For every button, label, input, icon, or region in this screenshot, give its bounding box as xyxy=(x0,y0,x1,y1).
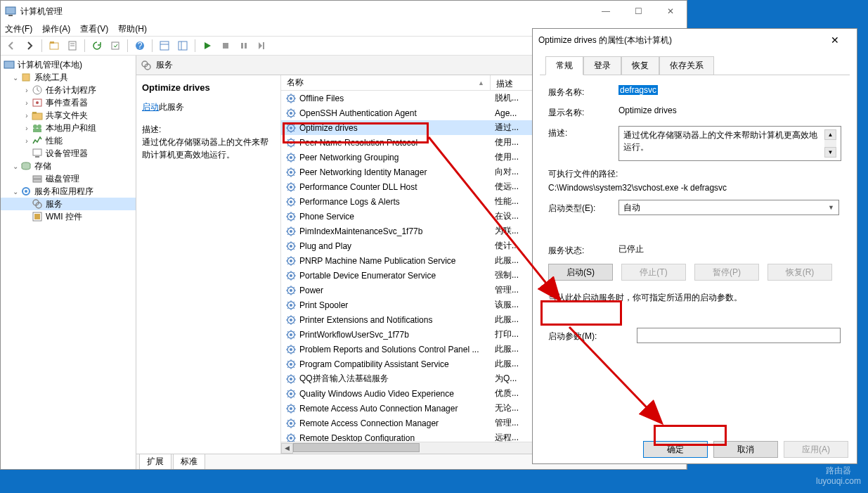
forward-button[interactable] xyxy=(22,38,37,53)
view-list-button[interactable] xyxy=(157,38,172,53)
gear-icon xyxy=(285,329,297,340)
svg-point-88 xyxy=(290,437,292,440)
watermark-domain: luyouqi.com xyxy=(816,476,861,486)
gear-icon xyxy=(285,433,297,442)
tree-device-manager[interactable]: 设备管理器 xyxy=(1,147,136,160)
tab-general[interactable]: 常规 xyxy=(545,56,583,75)
desc-scrollbar[interactable]: ▲▼ xyxy=(824,129,836,158)
menu-help[interactable]: 帮助(H) xyxy=(118,23,147,35)
menu-file[interactable]: 文件(F) xyxy=(5,23,32,35)
tab-standard[interactable]: 标准 xyxy=(173,454,205,469)
svg-rect-19 xyxy=(22,74,30,81)
tab-recovery[interactable]: 恢复 xyxy=(621,56,659,75)
startup-type-label: 启动类型(E): xyxy=(548,201,618,215)
svg-rect-12 xyxy=(179,41,187,50)
svg-point-60 xyxy=(290,230,292,233)
tree-system-tools[interactable]: ⌄系统工具 xyxy=(1,71,136,84)
col-name[interactable]: 名称▲ xyxy=(281,75,491,90)
display-name-label: 显示名称: xyxy=(548,105,618,119)
scroll-thumb[interactable] xyxy=(293,443,420,452)
annotation-box-ok-button xyxy=(654,425,727,446)
tree-wmi-control[interactable]: WMI 控件 xyxy=(1,210,136,223)
gear-icon xyxy=(285,181,297,193)
apply-button: 应用(A) xyxy=(784,441,848,458)
svg-point-70 xyxy=(290,304,292,307)
tab-logon[interactable]: 登录 xyxy=(583,56,621,75)
tree-local-users[interactable]: ›本地用户和组 xyxy=(1,122,136,134)
svg-point-74 xyxy=(290,333,292,336)
gear-icon xyxy=(285,152,297,163)
tab-dependencies[interactable]: 依存关系 xyxy=(659,56,714,75)
description-box[interactable]: 通过优化存储驱动器上的文件来帮助计算机更高效地运行。 ▲▼ xyxy=(618,126,841,161)
svg-rect-3 xyxy=(50,41,54,44)
tree-task-scheduler[interactable]: ›任务计划程序 xyxy=(1,84,136,96)
tree-performance[interactable]: ›性能 xyxy=(1,134,136,147)
tree-shared-folders[interactable]: ›共享文件夹 xyxy=(1,109,136,122)
service-properties-dialog: Optimize drives 的属性(本地计算机) ✕ 常规 登录 恢复 依存… xyxy=(532,28,857,464)
exe-path-value: C:\Windows\system32\svchost.exe -k defra… xyxy=(548,183,841,193)
service-name: Performance Counter DLL Host xyxy=(299,182,495,192)
svg-rect-1 xyxy=(8,15,13,16)
svg-point-62 xyxy=(290,245,292,248)
refresh-button[interactable] xyxy=(89,38,105,53)
properties-button[interactable] xyxy=(65,38,80,53)
tree-services[interactable]: 服务 xyxy=(1,198,136,210)
service-name: Peer Networking Identity Manager xyxy=(299,167,495,177)
service-name: Portable Device Enumerator Service xyxy=(299,271,495,281)
service-name: QQ拼音输入法基础服务 xyxy=(299,373,495,385)
pause-button[interactable] xyxy=(236,38,252,53)
menu-view[interactable]: 查看(V) xyxy=(80,23,108,35)
service-name: Program Compatibility Assistant Service xyxy=(299,359,495,369)
svg-point-54 xyxy=(290,186,292,188)
service-detail-desc-label: 描述: xyxy=(142,123,275,136)
gear-icon xyxy=(285,211,297,222)
service-name: Remote Access Connection Manager xyxy=(299,418,495,428)
scroll-left-button[interactable]: ◀ xyxy=(281,443,293,454)
dialog-close-button[interactable]: ✕ xyxy=(819,30,851,51)
annotation-box-start-button xyxy=(540,300,622,326)
start-button[interactable]: 启动(S) xyxy=(548,264,613,281)
start-service-link[interactable]: 启动 xyxy=(142,102,159,112)
svg-point-22 xyxy=(36,101,39,104)
tab-extended[interactable]: 扩展 xyxy=(139,454,171,469)
svg-point-84 xyxy=(290,407,292,410)
start-params-input[interactable] xyxy=(637,328,841,343)
tree-root[interactable]: 计算机管理(本地) xyxy=(1,58,136,71)
gear-icon xyxy=(285,314,297,326)
menu-action[interactable]: 操作(A) xyxy=(42,23,70,35)
tree-disk-management[interactable]: 磁盘管理 xyxy=(1,172,136,185)
svg-point-50 xyxy=(290,156,292,159)
play-button[interactable] xyxy=(200,38,215,53)
tree-storage[interactable]: ⌄存储 xyxy=(1,160,136,172)
navigation-tree[interactable]: 计算机管理(本地) ⌄系统工具 ›任务计划程序 ›事件查看器 ›共享文件夹 ›本… xyxy=(1,56,136,469)
tree-event-viewer[interactable]: ›事件查看器 xyxy=(1,96,136,109)
restart-button[interactable] xyxy=(254,38,270,53)
service-name: Plug and Play xyxy=(299,241,495,251)
export-button[interactable] xyxy=(108,38,123,53)
view-detail-button[interactable] xyxy=(175,38,190,53)
tree-services-apps[interactable]: ⌄服务和应用程序 xyxy=(1,185,136,198)
svg-rect-32 xyxy=(33,179,41,182)
svg-rect-24 xyxy=(32,112,37,114)
close-button[interactable]: ✕ xyxy=(654,1,687,22)
svg-point-64 xyxy=(290,260,292,262)
minimize-button[interactable]: — xyxy=(590,1,622,22)
svg-point-34 xyxy=(25,190,27,193)
service-name-label: 服务名称: xyxy=(548,85,618,98)
back-button[interactable] xyxy=(4,38,19,53)
service-name: PimIndexMaintenanceSvc_1f77b xyxy=(299,226,495,236)
startup-type-value: 自动 xyxy=(623,202,640,214)
svg-point-52 xyxy=(290,171,292,174)
stop-button[interactable] xyxy=(218,38,233,53)
maximize-button[interactable]: ☐ xyxy=(622,1,654,22)
startup-type-combo[interactable]: 自动 ▼ xyxy=(618,200,839,215)
window-title: 计算机管理 xyxy=(20,6,590,18)
gear-icon xyxy=(285,285,297,296)
service-name: Remote Desktop Configuration xyxy=(299,433,495,442)
gear-icon xyxy=(285,418,297,429)
up-button[interactable] xyxy=(46,38,62,53)
service-name-value[interactable]: defragsvc xyxy=(618,85,658,95)
gear-icon xyxy=(285,255,297,267)
help-button[interactable]: ? xyxy=(132,38,148,53)
gear-icon xyxy=(285,93,297,104)
